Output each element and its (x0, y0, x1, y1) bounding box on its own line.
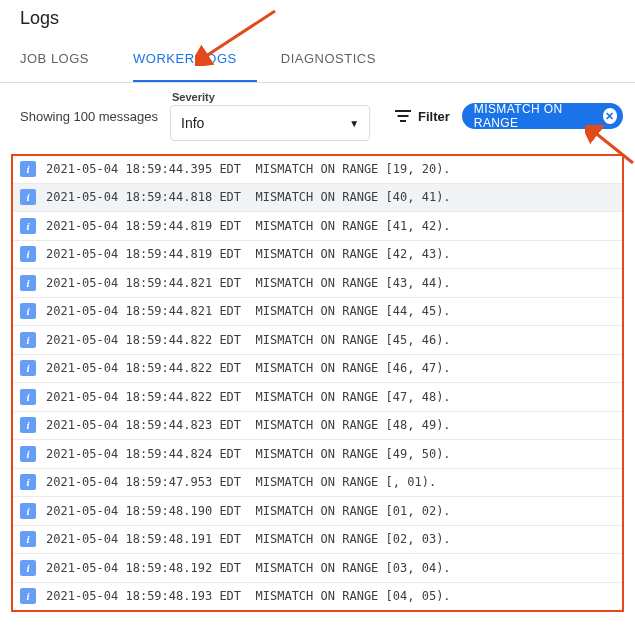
page-title: Logs (20, 8, 615, 29)
info-icon: i (20, 303, 36, 319)
log-message: 2021-05-04 18:59:44.819 EDT MISMATCH ON … (46, 247, 451, 261)
log-message: 2021-05-04 18:59:44.821 EDT MISMATCH ON … (46, 276, 451, 290)
controls-bar: Showing 100 messages Severity Info ▼ Fil… (0, 83, 635, 149)
log-message: 2021-05-04 18:59:44.395 EDT MISMATCH ON … (46, 162, 451, 176)
filter-label: Filter (418, 109, 450, 124)
info-icon: i (20, 275, 36, 291)
log-message: 2021-05-04 18:59:48.190 EDT MISMATCH ON … (46, 504, 451, 518)
filter-chip-label: MISMATCH ON RANGE (474, 102, 597, 130)
tab-worker-logs[interactable]: WORKER LOGS (133, 37, 257, 82)
severity-select[interactable]: Info ▼ (170, 105, 370, 141)
info-icon: i (20, 389, 36, 405)
log-row[interactable]: i2021-05-04 18:59:44.824 EDT MISMATCH ON… (12, 440, 623, 469)
info-icon: i (20, 161, 36, 177)
log-message: 2021-05-04 18:59:48.191 EDT MISMATCH ON … (46, 532, 451, 546)
log-row[interactable]: i2021-05-04 18:59:44.821 EDT MISMATCH ON… (12, 298, 623, 327)
severity-label: Severity (170, 91, 370, 103)
info-icon: i (20, 503, 36, 519)
info-icon: i (20, 332, 36, 348)
info-icon: i (20, 189, 36, 205)
log-message: 2021-05-04 18:59:44.822 EDT MISMATCH ON … (46, 333, 451, 347)
log-message: 2021-05-04 18:59:47.953 EDT MISMATCH ON … (46, 475, 436, 489)
filter-chip[interactable]: MISMATCH ON RANGE ✕ (462, 103, 623, 129)
info-icon: i (20, 360, 36, 376)
log-row[interactable]: i2021-05-04 18:59:44.821 EDT MISMATCH ON… (12, 269, 623, 298)
log-message: 2021-05-04 18:59:44.822 EDT MISMATCH ON … (46, 390, 451, 404)
log-message: 2021-05-04 18:59:48.192 EDT MISMATCH ON … (46, 561, 451, 575)
info-icon: i (20, 531, 36, 547)
tab-diagnostics[interactable]: DIAGNOSTICS (281, 37, 396, 82)
tab-job-logs[interactable]: JOB LOGS (20, 37, 109, 82)
severity-value: Info (181, 115, 204, 131)
info-icon: i (20, 218, 36, 234)
info-icon: i (20, 474, 36, 490)
log-row[interactable]: i2021-05-04 18:59:44.822 EDT MISMATCH ON… (12, 355, 623, 384)
showing-count: Showing 100 messages (20, 109, 158, 124)
log-row[interactable]: i2021-05-04 18:59:44.823 EDT MISMATCH ON… (12, 412, 623, 441)
log-row[interactable]: i2021-05-04 18:59:44.822 EDT MISMATCH ON… (12, 383, 623, 412)
info-icon: i (20, 446, 36, 462)
dropdown-arrow-icon: ▼ (349, 118, 359, 129)
log-row[interactable]: i2021-05-04 18:59:48.192 EDT MISMATCH ON… (12, 554, 623, 583)
log-row[interactable]: i2021-05-04 18:59:44.819 EDT MISMATCH ON… (12, 212, 623, 241)
severity-field: Severity Info ▼ (170, 91, 370, 141)
log-row[interactable]: i2021-05-04 18:59:48.193 EDT MISMATCH ON… (12, 583, 623, 612)
log-row[interactable]: i2021-05-04 18:59:48.191 EDT MISMATCH ON… (12, 526, 623, 555)
log-message: 2021-05-04 18:59:44.823 EDT MISMATCH ON … (46, 418, 451, 432)
log-row[interactable]: i2021-05-04 18:59:44.395 EDT MISMATCH ON… (12, 155, 623, 184)
info-icon: i (20, 417, 36, 433)
log-row[interactable]: i2021-05-04 18:59:48.190 EDT MISMATCH ON… (12, 497, 623, 526)
log-message: 2021-05-04 18:59:44.822 EDT MISMATCH ON … (46, 361, 451, 375)
log-row[interactable]: i2021-05-04 18:59:47.953 EDT MISMATCH ON… (12, 469, 623, 498)
log-row[interactable]: i2021-05-04 18:59:44.822 EDT MISMATCH ON… (12, 326, 623, 355)
filter-icon (394, 109, 412, 123)
filter-button[interactable]: Filter (394, 109, 450, 124)
log-message: 2021-05-04 18:59:44.818 EDT MISMATCH ON … (46, 190, 451, 204)
log-list: i2021-05-04 18:59:44.395 EDT MISMATCH ON… (12, 155, 623, 611)
info-icon: i (20, 246, 36, 262)
info-icon: i (20, 560, 36, 576)
log-message: 2021-05-04 18:59:44.824 EDT MISMATCH ON … (46, 447, 451, 461)
log-row[interactable]: i2021-05-04 18:59:44.818 EDT MISMATCH ON… (12, 184, 623, 213)
log-row[interactable]: i2021-05-04 18:59:44.819 EDT MISMATCH ON… (12, 241, 623, 270)
chip-close-icon[interactable]: ✕ (603, 108, 617, 124)
log-message: 2021-05-04 18:59:48.193 EDT MISMATCH ON … (46, 589, 451, 603)
tab-bar: JOB LOGS WORKER LOGS DIAGNOSTICS (0, 37, 635, 83)
log-message: 2021-05-04 18:59:44.819 EDT MISMATCH ON … (46, 219, 451, 233)
info-icon: i (20, 588, 36, 604)
log-message: 2021-05-04 18:59:44.821 EDT MISMATCH ON … (46, 304, 451, 318)
